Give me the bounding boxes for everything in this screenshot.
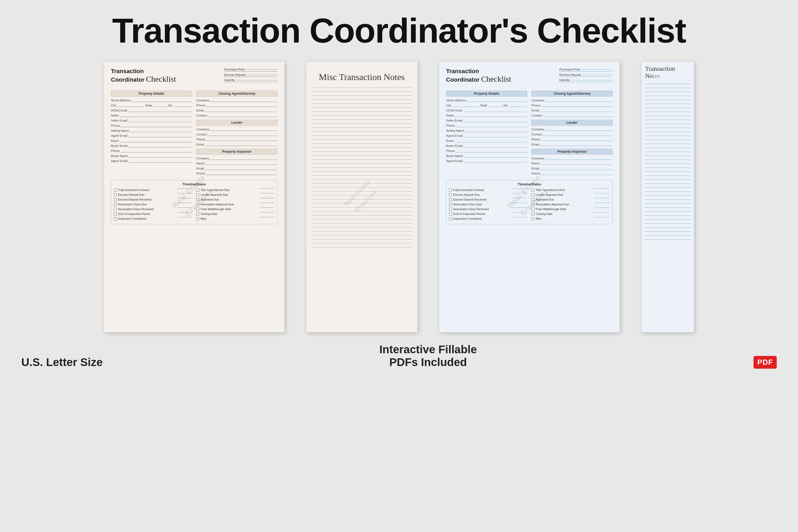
field-email-ca: Email [196, 109, 278, 112]
field2-phone-pi: Phone [531, 172, 613, 175]
ti2-escrow-received: Escrow Deposit Received [449, 198, 527, 201]
interactive-fillable-label: Interactive FillablePDFs Included [379, 343, 477, 369]
field2-email-pi: Email [531, 167, 613, 170]
ti2-appraisal: Appraisal Due [531, 198, 610, 201]
timeline-col-right-1: Title Commitment Due Lender Approval Due… [196, 188, 274, 222]
doc2-title-line1: Transaction [446, 68, 479, 75]
field2-buyer: Buyer [446, 139, 527, 142]
doc-card-2: Real EstateCreatives Transaction Coordin… [439, 61, 620, 332]
ti-misc: Misc [196, 217, 274, 220]
field2-phone2: Phone [446, 149, 527, 152]
field2-company-ca: Company [531, 99, 613, 102]
field2-phone-ca: Phone [531, 104, 613, 107]
field-phone-l: Phone [196, 138, 278, 141]
field-buyer-agent: Buyer Agent [111, 154, 192, 157]
bottom-row: U.S. Letter Size Interactive FillablePDF… [0, 338, 798, 369]
field2-contact-ca: Contact [531, 114, 613, 117]
section-closing-agent-2: Closing Agent/Attorney [531, 91, 613, 97]
ti2-title-commitment: Title Commitment Due [531, 188, 610, 191]
ti-title-commitment: Title Commitment Due [196, 188, 274, 191]
doc1-title-line1: Transaction [111, 68, 144, 75]
field-phone-2: Phone [111, 149, 192, 152]
ti-end-inspection: End of Inspection Period [114, 212, 192, 215]
field2-company-pi: Company [531, 157, 613, 160]
field2-email-l: Email [531, 143, 613, 146]
header2-purchase-price: Purchase Price [559, 68, 613, 72]
field-company-l: Company [196, 128, 278, 131]
ti2-lender-approval: Lender Approval Due [531, 193, 610, 196]
field-phone-ca: Phone [196, 104, 278, 107]
field-buyer-email: Buyer Email [111, 144, 192, 147]
partial-note-lines [645, 84, 690, 240]
field2-street: Street Address [446, 99, 527, 102]
note-lines [311, 88, 412, 251]
doc-card-1: Real EstateCreatives Transaction Coordin… [104, 61, 285, 332]
section-inspector-2: Property Inspector [531, 149, 613, 155]
field2-buyer-email: Buyer Email [446, 144, 527, 147]
field2-phone-l: Phone [531, 138, 613, 141]
field-city: CityStateZip [111, 104, 192, 107]
field-hoa: HOA/Condo [111, 109, 192, 112]
field-seller: Seller [111, 114, 192, 117]
section-lender-2: Lender [531, 120, 613, 126]
timeline-title-1: Timeline/Dates [114, 183, 274, 186]
field2-selling-agent: Selling Agent [446, 129, 527, 132]
ti2-misc: Misc [531, 217, 610, 220]
field-email-l: Email [196, 143, 278, 146]
field-contact-ca: Contact [196, 114, 278, 117]
ti-assoc-docs-received: Association Docs Received [114, 208, 192, 211]
field-company-ca: Company [196, 99, 278, 102]
partial-notes-card: Transaction Notes [641, 61, 694, 332]
field-seller-email: Seller Email [111, 119, 192, 122]
pdf-badge: PDF [754, 356, 777, 369]
field-phone-pi: Phone [196, 172, 278, 175]
header-purchase-price: Purchase Price [224, 68, 278, 72]
timeline-col-left-1: Fully Executed Contract Escrow Deposit D… [114, 188, 192, 222]
field-agent-email-1: Agent Email [111, 134, 192, 137]
field-name-pi: Name [196, 162, 278, 165]
field2-seller-email: Seller Email [446, 119, 527, 122]
field2-buyer-agent: Buyer Agent [446, 154, 527, 157]
ti2-escrow-due: Escrow Deposit Due [449, 193, 527, 196]
field2-seller: Seller [446, 114, 527, 117]
ti-escrow-received: Escrow Deposit Received [114, 198, 192, 201]
field2-name-pi: Name [531, 162, 613, 165]
field2-city: CityStateZip [446, 104, 527, 107]
doc2-title-line2: Coordinator [446, 76, 480, 83]
ti2-closing-date: Closing Date [531, 212, 610, 215]
field-selling-agent: Selling Agent [111, 129, 192, 132]
notes-card: Real EstateCreatives Misc Transaction No… [306, 61, 418, 332]
field2-agent-email2: Agent Email [446, 159, 527, 163]
header2-held-by: Held By [559, 78, 613, 82]
ti-fully-executed: Fully Executed Contract [114, 188, 192, 191]
section-lender-1: Lender [196, 120, 278, 126]
partial-notes-label: Transaction Notes [645, 65, 690, 79]
field2-contact-l: Contact [531, 133, 613, 136]
notes-title: Misc Transaction Notes [311, 67, 412, 82]
ti2-assoc-docs-received: Association Docs Received [449, 208, 527, 211]
field2-agent-email: Agent Email [446, 134, 527, 137]
ti-final-walkthrough: Final Walkthrough Date [196, 208, 274, 211]
header2-escrow-deposit: Escrow Deposit [559, 73, 613, 77]
pdf-icon: PDF [754, 356, 777, 369]
field2-company-l: Company [531, 128, 613, 131]
ti2-end-inspection: End of Inspection Period [449, 212, 527, 215]
section-property-details-2: Property Details [446, 91, 527, 97]
ti2-inspection-completed: Inspection Completed [449, 217, 527, 220]
field-agent-email-2: Agent Email [111, 159, 192, 163]
ti2-assoc-approval: Association Approval Due [531, 203, 610, 206]
timeline-col-left-2: Fully Executed Contract Escrow Deposit D… [449, 188, 527, 222]
field-street-address: Street Address [111, 99, 192, 102]
ti2-final-walkthrough: Final Walkthrough Date [531, 208, 610, 211]
ti2-fully-executed: Fully Executed Contract [449, 188, 527, 191]
timeline-2: Timeline/Dates Fully Executed Contract E… [446, 180, 613, 224]
ti-assoc-docs-due: Association Docs Due [114, 203, 192, 206]
ti-closing-date: Closing Date [196, 212, 274, 215]
doc1-header-fields: Purchase Price Escrow Deposit Held By [224, 68, 278, 82]
field2-email-ca: Email [531, 109, 613, 112]
doc1-title-script: Checklist [146, 75, 176, 83]
header-escrow-deposit: Escrow Deposit [224, 73, 278, 77]
section-property-details-1: Property Details [111, 91, 192, 97]
ti-appraisal: Appraisal Due [196, 198, 274, 201]
ti-escrow-due: Escrow Deposit Due [114, 193, 192, 196]
